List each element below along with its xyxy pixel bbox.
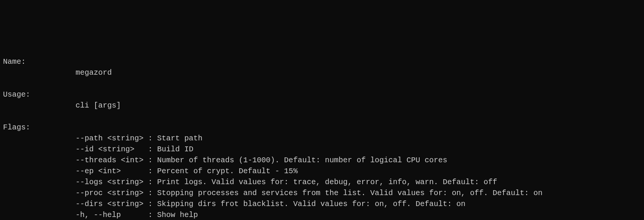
name-value: megazord (3, 68, 112, 77)
usage-label: Usage: (3, 90, 30, 99)
terminal-output: Name: megazord Usage: cli [args] Flags: … (3, 45, 641, 220)
flag-line: -h, --help : Show help (3, 211, 198, 219)
flag-line: --path <string> : Start path (3, 134, 202, 143)
flag-line: --logs <string> : Print logs. Valid valu… (3, 178, 497, 186)
flag-line: --ep <int> : Percent of crypt. Default -… (3, 167, 298, 175)
flag-line: --proc <string> : Stopping processes and… (3, 189, 542, 197)
name-label: Name: (3, 57, 26, 66)
flag-line: --threads <int> : Number of threads (1-1… (3, 156, 447, 165)
flag-line: --id <string> : Build ID (3, 145, 193, 154)
flag-line: --dirs <string> : Skipping dirs frot bla… (3, 200, 465, 208)
flags-label: Flags: (3, 123, 30, 132)
usage-value: cli [args] (3, 101, 121, 110)
